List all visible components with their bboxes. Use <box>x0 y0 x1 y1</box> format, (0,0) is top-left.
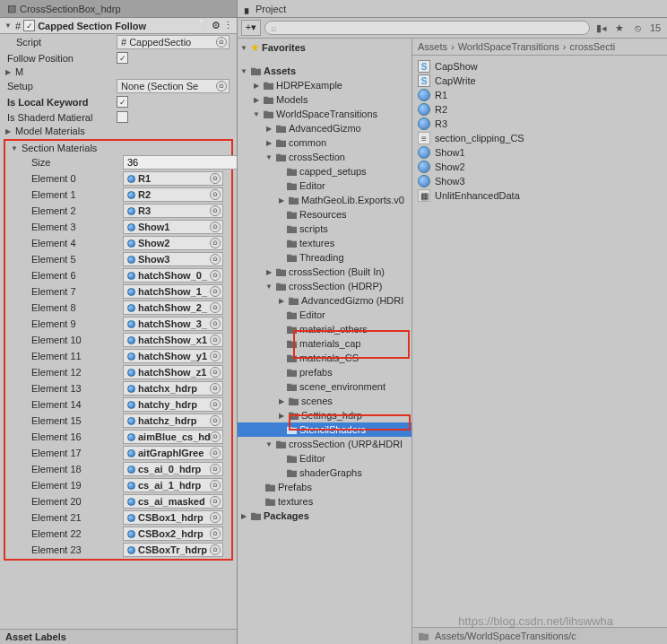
picker-icon[interactable]: ⊙ <box>210 544 221 555</box>
element-object-field[interactable]: R1 ⊙ <box>123 171 223 186</box>
asset-item[interactable]: ≡section_clipping_CS <box>416 131 663 145</box>
picker-icon[interactable]: ⊙ <box>210 415 221 426</box>
picker-icon[interactable]: ⊙ <box>210 367 221 378</box>
script-field[interactable]: # CappedSectio ⊙ <box>117 35 230 49</box>
tree-item[interactable]: ▶AdvancedGizmo <box>238 121 411 135</box>
picker-icon[interactable]: ⊙ <box>210 205 221 216</box>
tree-item[interactable]: ▶Models <box>238 92 411 107</box>
tree-item[interactable]: capped_setups <box>238 164 411 178</box>
is-local-keyword-checkbox[interactable] <box>117 96 128 108</box>
picker-icon[interactable]: ⊙ <box>210 270 221 281</box>
asset-item[interactable]: R3 <box>416 117 663 131</box>
collapse-arrow-icon[interactable]: ▶ <box>4 127 13 135</box>
element-object-field[interactable]: hatchShow_2_ ⊙ <box>123 300 223 315</box>
create-button[interactable]: +▾ <box>241 20 261 36</box>
picker-icon[interactable]: ⊙ <box>210 335 221 345</box>
element-object-field[interactable]: hatchShow_z1 ⊙ <box>123 365 223 379</box>
element-object-field[interactable]: Show2 ⊙ <box>123 236 223 250</box>
size-input[interactable] <box>123 155 237 170</box>
breadcrumb-item[interactable]: Assets <box>418 41 447 52</box>
element-object-field[interactable]: aimBlue_cs_hd ⊙ <box>123 430 223 444</box>
element-object-field[interactable]: hatchShow_1_ ⊙ <box>123 284 223 299</box>
favorites-root[interactable]: ▼★ Favorites <box>238 40 411 55</box>
tree-item[interactable]: ▶MathGeoLib.Exports.v0 <box>238 193 411 207</box>
asset-item[interactable]: Show2 <box>416 160 663 174</box>
preset-icon[interactable]: ⚙ <box>212 20 221 31</box>
tree-item[interactable]: materials_CS <box>238 351 411 365</box>
picker-icon[interactable]: ⊙ <box>210 189 221 200</box>
tree-item[interactable]: ▶common <box>238 135 411 150</box>
element-object-field[interactable]: CSBoxTr_hdrp ⊙ <box>123 543 223 557</box>
tree-item[interactable]: ▶Settings_hdrp <box>238 408 411 422</box>
collapse-arrow-icon[interactable]: ▶ <box>4 68 13 76</box>
tree-item[interactable]: Editor <box>238 451 411 466</box>
tree-item[interactable]: ▼crossSection (URP&HDRI <box>238 437 411 451</box>
asset-item[interactable]: R1 <box>416 88 663 102</box>
picker-icon[interactable]: ⊙ <box>210 448 221 458</box>
favorite-icon[interactable]: ★ <box>611 22 628 34</box>
component-enabled-checkbox[interactable] <box>23 20 35 31</box>
filter-icon[interactable]: ▮◂ <box>593 22 610 34</box>
menu-icon[interactable]: ⋮ <box>223 20 233 31</box>
element-object-field[interactable]: cs_ai_masked ⊙ <box>123 494 223 509</box>
element-object-field[interactable]: hatchShow_y1 ⊙ <box>123 349 223 363</box>
assets-root[interactable]: ▼Assets <box>238 64 411 78</box>
tree-item[interactable]: scripts <box>238 222 411 236</box>
follow-position-checkbox[interactable] <box>117 52 128 64</box>
tree-item[interactable]: prefabs <box>238 365 411 379</box>
element-object-field[interactable]: CSBox1_hdrp ⊙ <box>123 510 223 525</box>
breadcrumb[interactable]: Assets› WorldSpaceTransitions› crossSect… <box>412 39 667 56</box>
picker-icon[interactable]: ⊙ <box>216 81 227 91</box>
hidden-icon[interactable]: ⦸ <box>629 22 645 34</box>
element-object-field[interactable]: Show3 ⊙ <box>123 252 223 266</box>
picker-icon[interactable]: ⊙ <box>210 496 221 507</box>
asset-item[interactable]: ▦UnlitEnhancedData <box>416 188 663 203</box>
tree-item[interactable]: Prefabs <box>238 480 411 494</box>
breadcrumb-item[interactable]: WorldSpaceTransitions <box>458 41 559 52</box>
tree-item[interactable]: Editor <box>238 308 411 322</box>
element-object-field[interactable]: cs_ai_1_hdrp ⊙ <box>123 478 223 492</box>
tree-item[interactable]: Editor <box>238 178 411 193</box>
tree-item[interactable]: ▶AdvancedGizmo (HDRI <box>238 293 411 308</box>
breadcrumb-item[interactable]: crossSecti <box>569 41 615 52</box>
tree-item[interactable]: material_others <box>238 322 411 336</box>
picker-icon[interactable]: ⊙ <box>210 222 221 232</box>
asset-item[interactable]: R2 <box>416 102 663 117</box>
asset-item[interactable]: Show1 <box>416 145 663 160</box>
tree-item[interactable]: ▼WorldSpaceTransitions <box>238 107 411 121</box>
project-tab[interactable]: ▖ Project <box>238 0 667 18</box>
tree-item[interactable]: materials_cap <box>238 336 411 351</box>
tree-item[interactable]: ▶HDRPExample <box>238 78 411 92</box>
tree-item[interactable]: ▶scenes <box>238 394 411 408</box>
element-object-field[interactable]: R3 ⊙ <box>123 204 223 218</box>
asset-item[interactable]: SCapShow <box>416 59 663 74</box>
inspector-tab[interactable]: ▧ CrossSectionBox_hdrp <box>0 0 237 18</box>
picker-icon[interactable]: ⊙ <box>216 37 227 48</box>
picker-icon[interactable]: ⊙ <box>210 238 221 248</box>
tree-item[interactable]: ▼crossSection (HDRP) <box>238 279 411 293</box>
picker-icon[interactable]: ⊙ <box>210 383 221 394</box>
picker-icon[interactable]: ⊙ <box>210 318 221 329</box>
picker-icon[interactable]: ⊙ <box>210 480 221 491</box>
element-object-field[interactable]: R2 ⊙ <box>123 187 223 202</box>
asset-item[interactable]: Show3 <box>416 174 663 188</box>
picker-icon[interactable]: ⊙ <box>210 173 221 184</box>
help-icon[interactable]: ❔ <box>196 20 209 31</box>
picker-icon[interactable]: ⊙ <box>210 431 221 442</box>
component-header[interactable]: ▼ # Capped Section Follow ❔ ⚙ ⋮ <box>0 18 237 34</box>
element-object-field[interactable]: hatchShow_x1 ⊙ <box>123 333 223 347</box>
tree-item[interactable]: ▶crossSection (Built In) <box>238 265 411 279</box>
expand-arrow-icon[interactable]: ▼ <box>4 22 13 30</box>
tree-item[interactable]: textures <box>238 236 411 250</box>
element-object-field[interactable]: aitGraphIGree ⊙ <box>123 446 223 460</box>
picker-icon[interactable]: ⊙ <box>210 512 221 523</box>
tree-item[interactable]: Threading <box>238 250 411 265</box>
picker-icon[interactable]: ⊙ <box>210 528 221 539</box>
element-object-field[interactable]: Show1 ⊙ <box>123 220 223 234</box>
expand-arrow-icon[interactable]: ▼ <box>10 144 19 152</box>
element-object-field[interactable]: CSBox2_hdrp ⊙ <box>123 527 223 541</box>
search-input[interactable]: ⌕ <box>264 21 590 35</box>
asset-item[interactable]: SCapWrite <box>416 74 663 88</box>
tree-item[interactable]: ▼crossSection <box>238 150 411 164</box>
element-object-field[interactable]: hatchShow_0_ ⊙ <box>123 268 223 283</box>
